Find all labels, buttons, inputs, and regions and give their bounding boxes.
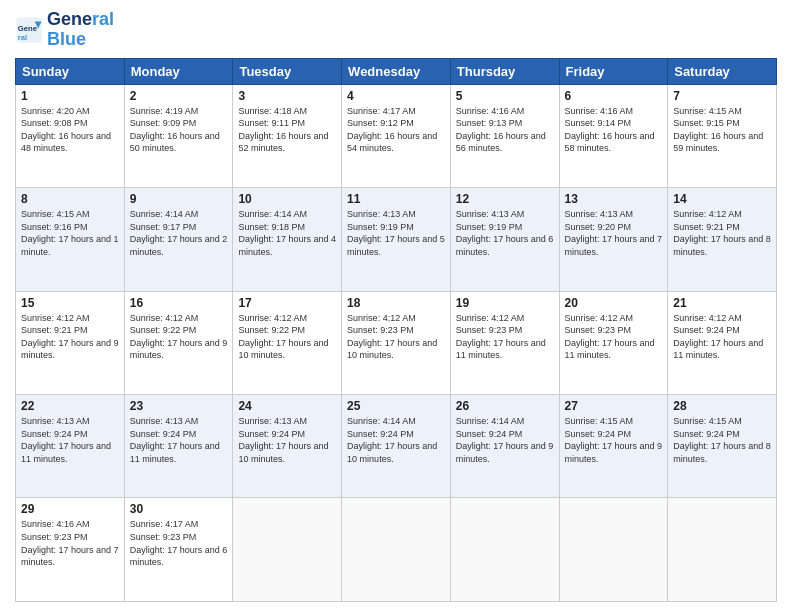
day-info: Sunrise: 4:12 AMSunset: 9:21 PMDaylight:… [21,312,119,362]
calendar-cell: 23Sunrise: 4:13 AMSunset: 9:24 PMDayligh… [124,395,233,498]
day-number: 21 [673,296,771,310]
day-info: Sunrise: 4:16 AMSunset: 9:13 PMDaylight:… [456,105,554,155]
day-number: 28 [673,399,771,413]
calendar-cell [559,498,668,602]
day-info: Sunrise: 4:12 AMSunset: 9:21 PMDaylight:… [673,208,771,258]
day-info: Sunrise: 4:13 AMSunset: 9:19 PMDaylight:… [347,208,445,258]
day-info: Sunrise: 4:12 AMSunset: 9:22 PMDaylight:… [130,312,228,362]
calendar-cell: 12Sunrise: 4:13 AMSunset: 9:19 PMDayligh… [450,188,559,291]
day-number: 6 [565,89,663,103]
calendar-cell [450,498,559,602]
calendar-cell: 26Sunrise: 4:14 AMSunset: 9:24 PMDayligh… [450,395,559,498]
day-number: 3 [238,89,336,103]
day-number: 9 [130,192,228,206]
day-number: 20 [565,296,663,310]
calendar-cell: 1Sunrise: 4:20 AMSunset: 9:08 PMDaylight… [16,84,125,187]
calendar-cell: 29Sunrise: 4:16 AMSunset: 9:23 PMDayligh… [16,498,125,602]
day-info: Sunrise: 4:13 AMSunset: 9:24 PMDaylight:… [21,415,119,465]
calendar-week-4: 22Sunrise: 4:13 AMSunset: 9:24 PMDayligh… [16,395,777,498]
calendar-cell: 18Sunrise: 4:12 AMSunset: 9:23 PMDayligh… [342,291,451,394]
day-number: 7 [673,89,771,103]
day-number: 24 [238,399,336,413]
day-info: Sunrise: 4:12 AMSunset: 9:23 PMDaylight:… [565,312,663,362]
calendar-week-2: 8Sunrise: 4:15 AMSunset: 9:16 PMDaylight… [16,188,777,291]
day-info: Sunrise: 4:14 AMSunset: 9:18 PMDaylight:… [238,208,336,258]
day-number: 15 [21,296,119,310]
calendar-cell [668,498,777,602]
day-number: 14 [673,192,771,206]
page: Gene ral GeneralBlue SundayMondayTuesday… [0,0,792,612]
calendar-cell: 11Sunrise: 4:13 AMSunset: 9:19 PMDayligh… [342,188,451,291]
day-number: 11 [347,192,445,206]
day-info: Sunrise: 4:13 AMSunset: 9:19 PMDaylight:… [456,208,554,258]
day-number: 25 [347,399,445,413]
day-number: 12 [456,192,554,206]
day-number: 22 [21,399,119,413]
calendar-cell: 4Sunrise: 4:17 AMSunset: 9:12 PMDaylight… [342,84,451,187]
day-number: 13 [565,192,663,206]
day-number: 30 [130,502,228,516]
logo: Gene ral GeneralBlue [15,10,114,50]
day-header-tuesday: Tuesday [233,58,342,84]
calendar-cell: 6Sunrise: 4:16 AMSunset: 9:14 PMDaylight… [559,84,668,187]
calendar-cell: 13Sunrise: 4:13 AMSunset: 9:20 PMDayligh… [559,188,668,291]
day-info: Sunrise: 4:19 AMSunset: 9:09 PMDaylight:… [130,105,228,155]
day-info: Sunrise: 4:14 AMSunset: 9:24 PMDaylight:… [347,415,445,465]
calendar-cell [342,498,451,602]
day-info: Sunrise: 4:15 AMSunset: 9:24 PMDaylight:… [673,415,771,465]
day-info: Sunrise: 4:12 AMSunset: 9:22 PMDaylight:… [238,312,336,362]
day-info: Sunrise: 4:12 AMSunset: 9:23 PMDaylight:… [347,312,445,362]
day-info: Sunrise: 4:13 AMSunset: 9:24 PMDaylight:… [238,415,336,465]
day-info: Sunrise: 4:17 AMSunset: 9:23 PMDaylight:… [130,518,228,568]
calendar-cell: 22Sunrise: 4:13 AMSunset: 9:24 PMDayligh… [16,395,125,498]
day-number: 23 [130,399,228,413]
day-info: Sunrise: 4:16 AMSunset: 9:23 PMDaylight:… [21,518,119,568]
day-info: Sunrise: 4:12 AMSunset: 9:24 PMDaylight:… [673,312,771,362]
calendar-cell: 30Sunrise: 4:17 AMSunset: 9:23 PMDayligh… [124,498,233,602]
calendar-cell: 21Sunrise: 4:12 AMSunset: 9:24 PMDayligh… [668,291,777,394]
calendar-cell: 8Sunrise: 4:15 AMSunset: 9:16 PMDaylight… [16,188,125,291]
day-number: 5 [456,89,554,103]
calendar-cell: 28Sunrise: 4:15 AMSunset: 9:24 PMDayligh… [668,395,777,498]
calendar-cell: 5Sunrise: 4:16 AMSunset: 9:13 PMDaylight… [450,84,559,187]
day-info: Sunrise: 4:17 AMSunset: 9:12 PMDaylight:… [347,105,445,155]
day-header-friday: Friday [559,58,668,84]
day-info: Sunrise: 4:13 AMSunset: 9:24 PMDaylight:… [130,415,228,465]
day-number: 27 [565,399,663,413]
day-number: 4 [347,89,445,103]
calendar-cell: 24Sunrise: 4:13 AMSunset: 9:24 PMDayligh… [233,395,342,498]
calendar-week-3: 15Sunrise: 4:12 AMSunset: 9:21 PMDayligh… [16,291,777,394]
calendar-cell: 15Sunrise: 4:12 AMSunset: 9:21 PMDayligh… [16,291,125,394]
calendar-cell: 25Sunrise: 4:14 AMSunset: 9:24 PMDayligh… [342,395,451,498]
day-info: Sunrise: 4:12 AMSunset: 9:23 PMDaylight:… [456,312,554,362]
day-number: 19 [456,296,554,310]
calendar-cell: 7Sunrise: 4:15 AMSunset: 9:15 PMDaylight… [668,84,777,187]
calendar-header-row: SundayMondayTuesdayWednesdayThursdayFrid… [16,58,777,84]
header: Gene ral GeneralBlue [15,10,777,50]
calendar-cell: 2Sunrise: 4:19 AMSunset: 9:09 PMDaylight… [124,84,233,187]
calendar-table: SundayMondayTuesdayWednesdayThursdayFrid… [15,58,777,602]
calendar-cell: 9Sunrise: 4:14 AMSunset: 9:17 PMDaylight… [124,188,233,291]
day-number: 10 [238,192,336,206]
day-info: Sunrise: 4:15 AMSunset: 9:24 PMDaylight:… [565,415,663,465]
day-number: 29 [21,502,119,516]
logo-icon: Gene ral [15,16,43,44]
calendar-cell: 14Sunrise: 4:12 AMSunset: 9:21 PMDayligh… [668,188,777,291]
day-info: Sunrise: 4:20 AMSunset: 9:08 PMDaylight:… [21,105,119,155]
day-info: Sunrise: 4:14 AMSunset: 9:24 PMDaylight:… [456,415,554,465]
day-number: 18 [347,296,445,310]
calendar-cell: 19Sunrise: 4:12 AMSunset: 9:23 PMDayligh… [450,291,559,394]
calendar-cell: 17Sunrise: 4:12 AMSunset: 9:22 PMDayligh… [233,291,342,394]
day-number: 1 [21,89,119,103]
day-info: Sunrise: 4:18 AMSunset: 9:11 PMDaylight:… [238,105,336,155]
day-info: Sunrise: 4:14 AMSunset: 9:17 PMDaylight:… [130,208,228,258]
day-header-sunday: Sunday [16,58,125,84]
calendar-cell: 27Sunrise: 4:15 AMSunset: 9:24 PMDayligh… [559,395,668,498]
day-info: Sunrise: 4:15 AMSunset: 9:15 PMDaylight:… [673,105,771,155]
calendar-cell [233,498,342,602]
svg-text:ral: ral [18,33,27,42]
day-header-thursday: Thursday [450,58,559,84]
calendar-week-1: 1Sunrise: 4:20 AMSunset: 9:08 PMDaylight… [16,84,777,187]
day-header-wednesday: Wednesday [342,58,451,84]
day-header-monday: Monday [124,58,233,84]
